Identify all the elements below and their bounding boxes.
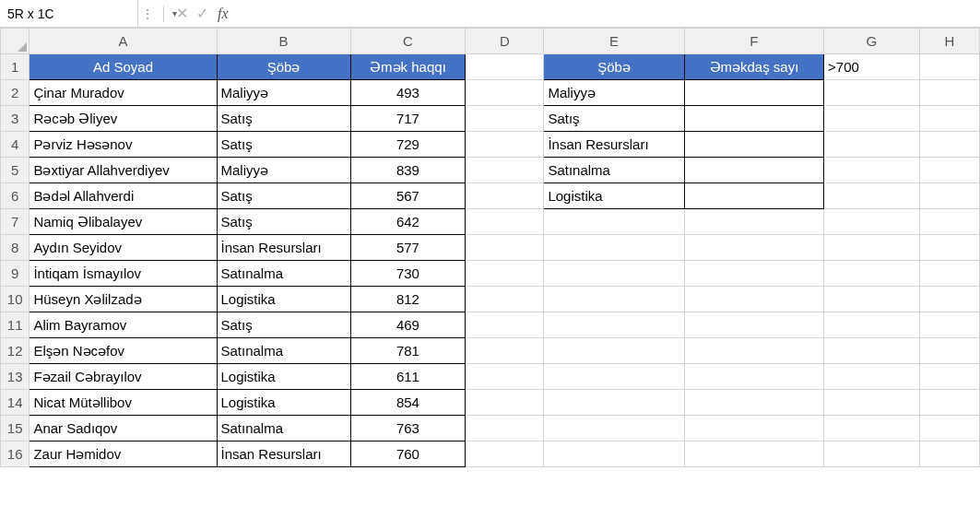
cell-E15[interactable] (544, 416, 684, 441)
cell-C6[interactable]: 567 (350, 183, 466, 209)
row-header[interactable]: 7 (1, 209, 30, 235)
cell-H16[interactable] (919, 441, 979, 467)
cell-C5[interactable]: 839 (350, 158, 466, 183)
cell-E1[interactable]: Şöbə (544, 54, 684, 80)
cell-D15[interactable] (466, 416, 544, 441)
cell-C1[interactable]: Əmək haqqı (350, 54, 466, 80)
cell-C10[interactable]: 812 (350, 287, 466, 312)
cell-F13[interactable] (684, 364, 823, 390)
cell-A12[interactable]: Elşən Nəcəfov (30, 338, 217, 364)
cell-E3[interactable]: Satış (544, 106, 684, 132)
cell-E4[interactable]: İnsan Resursları (544, 132, 684, 158)
cell-G14[interactable] (824, 390, 920, 416)
cell-G9[interactable] (824, 261, 920, 287)
cell-D13[interactable] (466, 364, 544, 390)
cell-F15[interactable] (684, 416, 823, 441)
formula-input[interactable] (234, 6, 980, 21)
cell-B3[interactable]: Satış (217, 106, 350, 132)
col-header-B[interactable]: B (217, 29, 350, 54)
cell-B13[interactable]: Logistika (217, 364, 350, 390)
cell-E16[interactable] (544, 441, 684, 467)
row-header[interactable]: 15 (1, 416, 30, 441)
cell-G13[interactable] (824, 364, 920, 390)
cell-A7[interactable]: Namiq Əlibalayev (30, 209, 217, 235)
cell-F3[interactable] (684, 106, 823, 132)
col-header-A[interactable]: A (30, 29, 217, 54)
cell-H10[interactable] (919, 287, 979, 312)
cell-F1[interactable]: Əməkdaş sayı (684, 54, 823, 80)
cell-G16[interactable] (824, 441, 920, 467)
cell-C12[interactable]: 781 (350, 338, 466, 364)
cell-B16[interactable]: İnsan Resursları (217, 441, 350, 467)
cell-B5[interactable]: Maliyyə (217, 158, 350, 183)
cell-H14[interactable] (919, 390, 979, 416)
cell-H7[interactable] (919, 209, 979, 235)
col-header-F[interactable]: F (684, 29, 823, 54)
cell-C11[interactable]: 469 (350, 312, 466, 338)
cell-D11[interactable] (466, 312, 544, 338)
cell-A16[interactable]: Zaur Həmidov (30, 441, 217, 467)
cell-H12[interactable] (919, 338, 979, 364)
cell-A11[interactable]: Alim Bayramov (30, 312, 217, 338)
cell-G8[interactable] (824, 235, 920, 261)
cell-C3[interactable]: 717 (350, 106, 466, 132)
cell-E13[interactable] (544, 364, 684, 390)
cell-D7[interactable] (466, 209, 544, 235)
cell-F11[interactable] (684, 312, 823, 338)
cell-E6[interactable]: Logistika (544, 183, 684, 209)
cell-A15[interactable]: Anar Sadıqov (30, 416, 217, 441)
cell-G6[interactable] (824, 183, 920, 209)
row-header[interactable]: 6 (1, 183, 30, 209)
cell-H1[interactable] (919, 54, 979, 80)
cell-D9[interactable] (466, 261, 544, 287)
cell-E14[interactable] (544, 390, 684, 416)
cell-G10[interactable] (824, 287, 920, 312)
row-header[interactable]: 10 (1, 287, 30, 312)
cell-F7[interactable] (684, 209, 823, 235)
cell-H9[interactable] (919, 261, 979, 287)
cell-A2[interactable]: Çinar Muradov (30, 80, 217, 106)
cell-B9[interactable]: Satınalma (217, 261, 350, 287)
cell-B7[interactable]: Satış (217, 209, 350, 235)
row-header[interactable]: 4 (1, 132, 30, 158)
cell-D16[interactable] (466, 441, 544, 467)
cell-B12[interactable]: Satınalma (217, 338, 350, 364)
col-header-H[interactable]: H (919, 29, 979, 54)
cell-B15[interactable]: Satınalma (217, 416, 350, 441)
cell-F2[interactable] (684, 80, 823, 106)
cell-D3[interactable] (466, 106, 544, 132)
cell-H4[interactable] (919, 132, 979, 158)
cell-B1[interactable]: Şöbə (217, 54, 350, 80)
cell-E8[interactable] (544, 235, 684, 261)
col-header-G[interactable]: G (824, 29, 920, 54)
cell-B11[interactable]: Satış (217, 312, 350, 338)
cell-C16[interactable]: 760 (350, 441, 466, 467)
cell-C8[interactable]: 577 (350, 235, 466, 261)
cell-A6[interactable]: Bədəl Allahverdi (30, 183, 217, 209)
row-header[interactable]: 5 (1, 158, 30, 183)
cell-G11[interactable] (824, 312, 920, 338)
row-header[interactable]: 9 (1, 261, 30, 287)
cell-G12[interactable] (824, 338, 920, 364)
cell-G1[interactable]: >700 (824, 54, 920, 80)
select-all-corner[interactable] (1, 29, 30, 54)
cell-C4[interactable]: 729 (350, 132, 466, 158)
cell-C13[interactable]: 611 (350, 364, 466, 390)
cell-H3[interactable] (919, 106, 979, 132)
cell-E11[interactable] (544, 312, 684, 338)
cell-C14[interactable]: 854 (350, 390, 466, 416)
row-header[interactable]: 12 (1, 338, 30, 364)
cell-A3[interactable]: Rəcəb Əliyev (30, 106, 217, 132)
cell-A8[interactable]: Aydın Seyidov (30, 235, 217, 261)
cell-H13[interactable] (919, 364, 979, 390)
cell-E12[interactable] (544, 338, 684, 364)
cell-F12[interactable] (684, 338, 823, 364)
cell-E5[interactable]: Satınalma (544, 158, 684, 183)
cell-G7[interactable] (824, 209, 920, 235)
cell-G2[interactable] (824, 80, 920, 106)
cell-A9[interactable]: İntiqam İsmayılov (30, 261, 217, 287)
cell-H5[interactable] (919, 158, 979, 183)
cell-D5[interactable] (466, 158, 544, 183)
cell-A4[interactable]: Pərviz Həsənov (30, 132, 217, 158)
row-header[interactable]: 1 (1, 54, 30, 80)
